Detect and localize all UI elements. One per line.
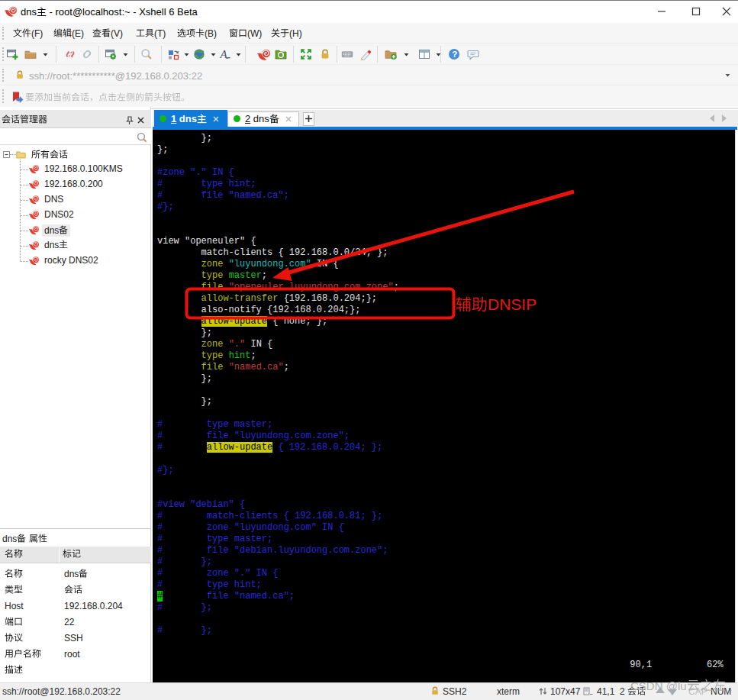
svg-text:?: ? bbox=[452, 50, 457, 59]
